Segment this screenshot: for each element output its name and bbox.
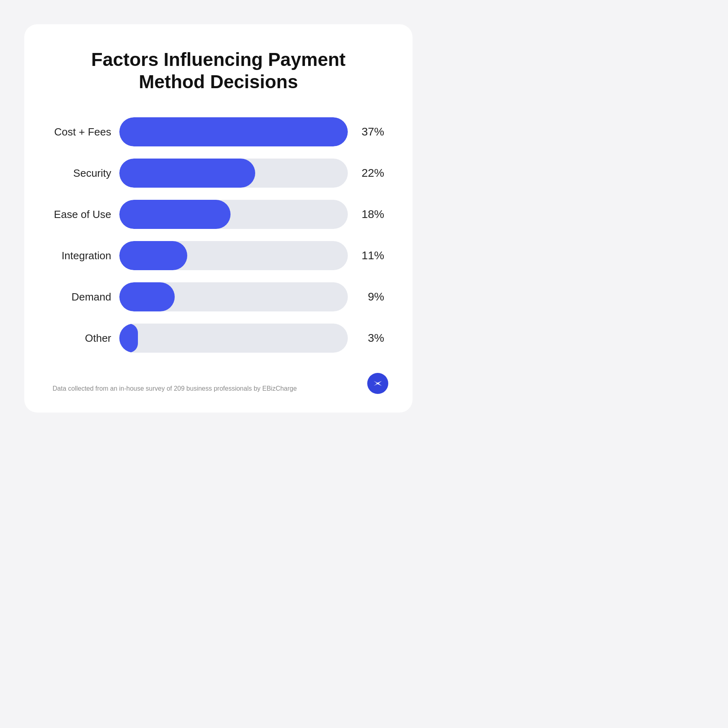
bar-track [119, 241, 348, 270]
bar-pct-label: 37% [356, 125, 384, 138]
bar-label: Ease of Use [53, 208, 111, 221]
bar-row: Demand9% [53, 282, 384, 311]
chart-area: Cost + Fees37%Security22%Ease of Use18%I… [53, 117, 384, 369]
bar-track [119, 117, 348, 146]
bar-pct-label: 9% [356, 290, 384, 303]
ebizcharge-logo [367, 373, 388, 394]
chart-title: Factors Influencing PaymentMethod Decisi… [53, 49, 384, 93]
bar-track [119, 324, 348, 353]
bar-fill [119, 324, 138, 353]
bar-row: Security22% [53, 159, 384, 188]
bar-fill [119, 159, 255, 188]
bar-row: Other3% [53, 324, 384, 353]
bar-fill [119, 241, 187, 270]
bar-track [119, 282, 348, 311]
bar-fill [119, 282, 175, 311]
bar-label: Security [53, 167, 111, 180]
bar-label: Cost + Fees [53, 126, 111, 138]
bar-label: Integration [53, 250, 111, 262]
bar-pct-label: 11% [356, 249, 384, 262]
bar-label: Other [53, 332, 111, 345]
chart-card: Factors Influencing PaymentMethod Decisi… [24, 24, 413, 413]
bar-track [119, 159, 348, 188]
bar-row: Ease of Use18% [53, 200, 384, 229]
bar-fill [119, 200, 231, 229]
footnote: Data collected from an in-house survey o… [53, 385, 384, 392]
bar-pct-label: 22% [356, 167, 384, 180]
bar-row: Integration11% [53, 241, 384, 270]
bar-fill [119, 117, 348, 146]
bar-track [119, 200, 348, 229]
bar-row: Cost + Fees37% [53, 117, 384, 146]
bar-pct-label: 18% [356, 208, 384, 221]
bar-label: Demand [53, 291, 111, 303]
bar-pct-label: 3% [356, 332, 384, 345]
